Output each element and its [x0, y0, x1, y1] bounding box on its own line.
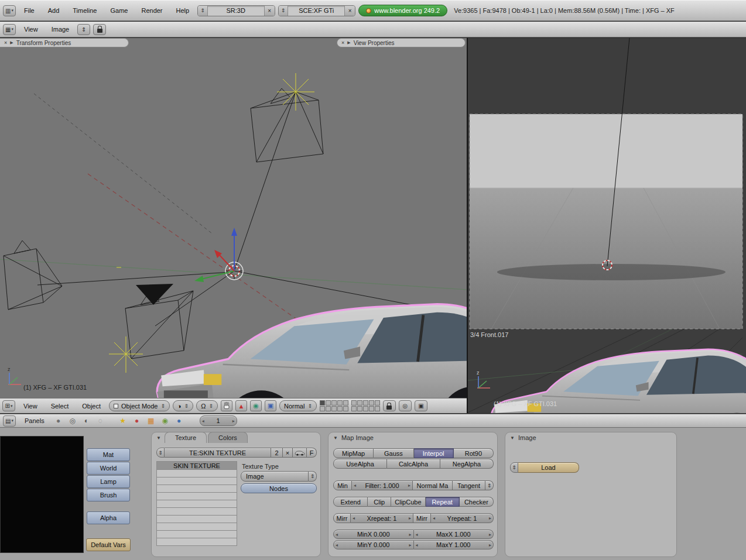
viewport-3d[interactable]: z × ▶ Transform Properties × ▶ View Prop…	[0, 38, 467, 413]
layer-buttons-left[interactable]	[320, 400, 348, 411]
radiosity-buttons-icon[interactable]: ◉	[160, 415, 170, 426]
expand-icon[interactable]: ▶	[347, 40, 350, 45]
texture-slot-empty[interactable]	[156, 531, 237, 538]
maxx-field[interactable]: MaxX 1.000	[414, 530, 494, 539]
menu-help[interactable]: Help	[171, 7, 195, 14]
load-button[interactable]: Load	[518, 462, 579, 473]
mipmap-toggle[interactable]: MipMap	[333, 448, 374, 458]
auto-name-button[interactable]	[293, 448, 307, 458]
texture-slot-empty[interactable]	[156, 508, 237, 516]
tangent-toggle[interactable]: Tangent	[453, 480, 485, 490]
menu-select[interactable]: Select	[46, 403, 74, 410]
layer-buttons-right[interactable]	[351, 400, 380, 411]
min-toggle[interactable]: Min	[333, 480, 352, 490]
clipcube-toggle[interactable]: ClipCube	[391, 497, 425, 507]
miny-field[interactable]: MinY 0.000	[333, 540, 414, 549]
layer-cell[interactable]	[357, 400, 362, 406]
menu-image[interactable]: Image	[46, 26, 75, 33]
stepper-icon[interactable]: ⇕	[198, 6, 208, 16]
layer-cell[interactable]	[363, 400, 368, 406]
negalpha-toggle[interactable]: NegAlpha	[440, 459, 494, 469]
image-editor-type-button[interactable]: ▦ ▾	[3, 24, 16, 35]
rot90-toggle[interactable]: Rot90	[454, 448, 494, 458]
proportional-edit-button[interactable]: ◎	[399, 400, 412, 411]
view3d-editor-type-button[interactable]: ⊞ ▾	[2, 400, 15, 411]
camera-bottom[interactable]	[125, 291, 193, 359]
screen-name[interactable]: SR:3D	[208, 6, 264, 16]
menu-game[interactable]: Game	[105, 7, 133, 14]
3d-scene[interactable]: z	[0, 38, 467, 398]
yrepeat-field[interactable]: Yrepeat: 1	[431, 513, 494, 523]
gauss-toggle[interactable]: Gauss	[374, 448, 413, 458]
layer-cell[interactable]	[320, 400, 325, 406]
menu-panels[interactable]: Panels	[19, 417, 50, 424]
panel-collapse-icon[interactable]: ▼	[156, 435, 161, 441]
layer-cell[interactable]	[363, 406, 368, 411]
blender-version-badge[interactable]: www.blender.org 249.2	[358, 5, 447, 16]
texture-name-field[interactable]: TE:SKIN TEXTURE	[165, 448, 271, 458]
menu-file[interactable]: File	[19, 7, 40, 14]
tab-texture[interactable]: Texture	[165, 432, 207, 443]
layer-cell[interactable]	[369, 400, 374, 406]
world-buttons-icon[interactable]: ●	[174, 415, 184, 426]
stepper-icon[interactable]: ⇕	[309, 471, 317, 482]
users-count-button[interactable]: 2	[271, 448, 283, 458]
unlink-button[interactable]: ×	[283, 448, 293, 458]
scale-manipulator-button[interactable]: ▣	[265, 400, 276, 411]
stepper-icon[interactable]: ⇕	[279, 6, 289, 16]
close-icon[interactable]: ×	[4, 40, 7, 46]
menu-object[interactable]: Object	[77, 403, 106, 410]
material-buttons-icon[interactable]: ●	[132, 415, 142, 426]
manipulator-toggle-button[interactable]	[221, 400, 232, 411]
logic-buttons-icon[interactable]: ●	[53, 415, 64, 426]
image-browse-button[interactable]: ⇕	[510, 462, 518, 473]
layer-cell[interactable]	[337, 406, 343, 411]
mode-dropdown[interactable]: Object Mode ⇕	[109, 400, 170, 411]
texture-type-value[interactable]: Image	[241, 471, 309, 482]
tab-colors[interactable]: Colors	[208, 432, 248, 443]
texture-slot-empty[interactable]	[156, 493, 237, 500]
camera-viewport[interactable]: z 3/4 Front.017 (1) XFG – XF GTI.031	[468, 38, 746, 413]
close-icon[interactable]: ×	[341, 40, 344, 46]
mirror-x-toggle[interactable]: Mirr	[333, 513, 351, 523]
layer-cell[interactable]	[331, 400, 337, 406]
extend-toggle[interactable]: Extend	[333, 497, 368, 507]
menu-add[interactable]: Add	[43, 7, 65, 14]
orientation-dropdown[interactable]: Normal ⇕	[279, 400, 317, 411]
info-editor-type-button[interactable]: ▥ ▾	[3, 5, 16, 16]
transform-properties-panel-header[interactable]: × ▶ Transform Properties	[0, 38, 129, 47]
texture-slot-empty[interactable]	[156, 500, 237, 508]
layer-cell[interactable]	[351, 400, 357, 406]
screen-selector[interactable]: ⇕ SR:3D ×	[197, 5, 275, 16]
frame-value[interactable]: 1	[200, 415, 237, 426]
expand-icon[interactable]: ▶	[10, 40, 13, 45]
preview-mat-button[interactable]: Mat	[87, 448, 130, 461]
checker-toggle[interactable]: Checker	[460, 497, 494, 507]
preview-world-button[interactable]: World	[87, 462, 130, 475]
alpha-button[interactable]: Alpha	[87, 511, 130, 524]
view-properties-panel-header[interactable]: × ▶ View Properties	[337, 38, 466, 47]
interpol-toggle[interactable]: Interpol	[414, 448, 454, 458]
pivot-dropdown[interactable]: Ω ⇕	[196, 400, 218, 411]
filter-slider[interactable]: Filter: 1.000	[352, 480, 413, 490]
texture-slot-selected[interactable]: SKIN TEXTURE	[156, 461, 237, 470]
lock-button[interactable]	[93, 24, 106, 35]
rotate-manipulator-button[interactable]: ◉	[250, 400, 262, 411]
maxy-field[interactable]: MaxY 1.000	[414, 540, 494, 549]
layer-cell[interactable]	[343, 400, 348, 406]
datablock-browse-button[interactable]: ⇕	[156, 448, 165, 458]
stepper-icon[interactable]: ⇕	[485, 480, 494, 490]
pin-stepper-button[interactable]: ⇕	[77, 24, 90, 35]
shading-buttons-icon[interactable]: ◐	[81, 415, 92, 426]
panel-collapse-icon[interactable]: ▼	[510, 435, 515, 441]
fake-user-button[interactable]: F	[307, 448, 317, 458]
scene-name[interactable]: SCE:XF GTi	[288, 6, 344, 16]
calcalpha-toggle[interactable]: CalcAlpha	[387, 459, 440, 469]
layer-cell[interactable]	[320, 406, 325, 411]
preview-lamp-button[interactable]: Lamp	[87, 475, 130, 488]
texture-slot-empty[interactable]	[156, 538, 237, 546]
texture-slot-empty[interactable]	[156, 485, 237, 493]
layer-cell[interactable]	[357, 406, 362, 411]
texture-slot-empty[interactable]	[156, 516, 237, 523]
menu-view[interactable]: View	[19, 26, 43, 33]
